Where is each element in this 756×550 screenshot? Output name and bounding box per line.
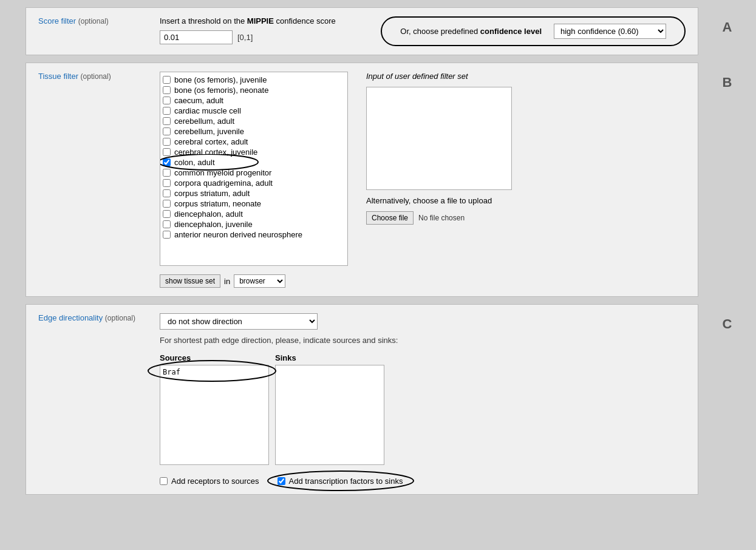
section-row-b: Tissue filter (optional) bone (os femori… [0, 63, 756, 297]
score-description: Insert a threshold on the MIPPIE confide… [160, 16, 344, 25]
sources-sinks-row: Sources Braf Sinks [160, 353, 403, 467]
direction-select[interactable]: do not show direction show direction sho… [160, 313, 318, 330]
left-gutter-b [0, 63, 26, 297]
confidence-oval: Or, choose predefined confidence level h… [381, 16, 686, 46]
tissue-checkbox-corpora[interactable] [163, 179, 171, 187]
tissue-checkbox-caecum[interactable] [163, 97, 171, 104]
score-desc-prefix: Insert a threshold on the [160, 16, 247, 25]
add-tf-checkbox[interactable] [278, 477, 285, 485]
score-filter-label: Score filter (optional) [38, 16, 160, 25]
right-gutter-b: B [698, 63, 756, 297]
choose-file-row: Choose file No file chosen [366, 211, 536, 225]
tissue-name: common myeloid progenitor [174, 168, 271, 177]
score-input-row: [0,1] [160, 30, 344, 44]
tissue-name: cerebral cortex, juvenile [174, 148, 257, 157]
list-item: bone (os femoris), juvenile [163, 75, 345, 85]
left-gutter-c [0, 304, 26, 495]
gap-bottom [0, 495, 756, 502]
no-file-text: No file chosen [418, 214, 465, 222]
tissue-main: bone (os femoris), juvenile bone (os fem… [160, 72, 348, 288]
section-card-c: Edge directionality (optional) do not sh… [26, 304, 698, 495]
tissue-name: cerebellum, adult [174, 117, 234, 126]
tissue-filter-link[interactable]: Tissue filter [38, 72, 78, 81]
user-filter-textarea[interactable] [366, 87, 512, 190]
score-filter-link[interactable]: Score filter [38, 16, 76, 25]
right-gutter-a: A [698, 7, 756, 55]
score-main: Insert a threshold on the MIPPIE confide… [160, 16, 344, 44]
tissue-list[interactable]: bone (os femoris), juvenile bone (os fem… [160, 72, 348, 266]
score-filter-optional: (optional) [78, 17, 109, 25]
tissue-checkbox-cereb-adult[interactable] [163, 117, 171, 125]
gap-top [0, 0, 756, 7]
score-range: [0,1] [237, 33, 253, 42]
list-item: common myeloid progenitor [163, 168, 345, 178]
tissue-name: diencephalon, adult [174, 209, 243, 219]
section-letter-a: A [723, 19, 732, 35]
add-receptors-label: Add receptors to sources [171, 477, 259, 486]
tissue-name: corpus striatum, neonate [174, 199, 261, 208]
confidence-text: Or, choose predefined confidence level [400, 27, 542, 36]
tissue-name: corpora quadrigemina, adult [174, 178, 273, 188]
add-receptors-item: Add receptors to sources [160, 477, 259, 486]
tissue-name: cerebellum, juvenile [174, 127, 244, 136]
score-input[interactable] [160, 30, 233, 44]
list-item: caecum, adult [163, 95, 345, 106]
confidence-prefix: Or, choose predefined [400, 27, 480, 36]
tissue-checkbox-colon[interactable] [163, 158, 171, 166]
tissue-name: cardiac muscle cell [174, 106, 241, 115]
tissue-checkbox-bone-neo[interactable] [163, 86, 171, 94]
tissue-checkbox-dien-juv[interactable] [163, 220, 171, 228]
list-item: diencephalon, juvenile [163, 219, 345, 229]
tissue-name: bone (os femoris), juvenile [174, 75, 267, 84]
tissue-checkbox-anterior[interactable] [163, 231, 171, 239]
page-wrapper: Score filter (optional) Insert a thresho… [0, 0, 756, 550]
tissue-checkbox-striatum-neo[interactable] [163, 200, 171, 208]
tissue-checkbox-cortex-adult[interactable] [163, 138, 171, 146]
list-item: cardiac muscle cell [163, 106, 345, 116]
tissue-checkbox-striatum-adult[interactable] [163, 189, 171, 197]
edge-dir-optional: (optional) [105, 314, 135, 322]
list-item: anterior neuron derived neurosphere [163, 229, 345, 240]
tissue-name: bone (os femoris), neonate [174, 86, 268, 95]
list-item: cerebellum, adult [163, 116, 345, 126]
show-tissue-btn[interactable]: show tissue set [160, 274, 220, 288]
edge-dir-link[interactable]: Edge directionality [38, 313, 103, 322]
browser-select[interactable]: browser cytoscape [234, 274, 285, 288]
checkboxes-row: Add receptors to sources Add transcripti… [160, 477, 403, 486]
sources-textarea[interactable]: Braf [160, 365, 269, 465]
section-card-b: Tissue filter (optional) bone (os femori… [26, 63, 698, 297]
section-card-a: Score filter (optional) Insert a thresho… [26, 7, 698, 55]
add-tf-label: Add transcription factors to sinks [289, 477, 403, 486]
confidence-oval-container: Or, choose predefined confidence level h… [381, 16, 686, 46]
tissue-name: anterior neuron derived neurosphere [174, 230, 302, 239]
tissue-checkbox-cereb-juv[interactable] [163, 127, 171, 135]
section-letter-c: C [723, 316, 732, 332]
list-item: corpora quadrigemina, adult [163, 178, 345, 188]
tissue-checkbox-bone-juv[interactable] [163, 76, 171, 84]
tissue-name: colon, adult [174, 158, 215, 167]
confidence-bold: confidence level [480, 27, 542, 36]
choose-file-btn[interactable]: Choose file [366, 211, 414, 225]
tissue-checkbox-myeloid[interactable] [163, 169, 171, 177]
section-letter-b: B [723, 75, 732, 90]
add-receptors-checkbox[interactable] [160, 477, 168, 485]
list-item: diencephalon, adult [163, 209, 345, 219]
tissue-checkbox-cortex-juv[interactable] [163, 148, 171, 156]
sources-header: Sources [160, 353, 269, 362]
list-item: cerebral cortex, juvenile [163, 147, 345, 157]
tissue-name: caecum, adult [174, 96, 223, 105]
score-desc-suffix: confidence score [274, 16, 336, 25]
sinks-textarea[interactable] [275, 365, 384, 465]
confidence-select[interactable]: high confidence (0.60) medium confidence… [554, 24, 666, 39]
tissue-name: diencephalon, juvenile [174, 220, 253, 229]
add-tf-item: Add transcription factors to sinks [278, 477, 403, 486]
tissue-filter-label: Tissue filter (optional) [38, 72, 160, 81]
tissue-right: Input of user defined filter set Alterna… [366, 72, 536, 225]
sinks-header: Sinks [275, 353, 384, 362]
tissue-checkbox-cardiac[interactable] [163, 107, 171, 115]
direction-hint: For shortest path edge direction, please… [160, 336, 403, 345]
user-filter-label: Input of user defined filter set [366, 72, 536, 81]
tissue-in: in [224, 277, 230, 286]
right-gutter-c: C [698, 304, 756, 495]
tissue-checkbox-dien-adult[interactable] [163, 210, 171, 218]
